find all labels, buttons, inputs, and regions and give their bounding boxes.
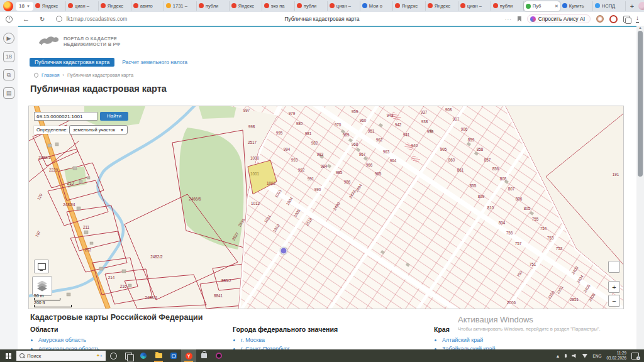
page-content: ПОРТАЛ О КАДАСТРЕ НЕДВИЖИМОСТИ В РФ Публ…	[18, 27, 636, 349]
tab-title: Мои о	[369, 3, 391, 9]
reload-icon[interactable]: ↻	[40, 16, 45, 23]
browser-tab[interactable]: авито	[131, 1, 164, 11]
zoom-out-button[interactable]: −	[608, 295, 620, 307]
cortana-button[interactable]	[106, 349, 121, 362]
windows-activation-watermark: Активация Windows Чтобы активировать Win…	[458, 315, 636, 332]
browser-tab[interactable]: циан –	[328, 1, 360, 11]
browser-tab[interactable]: публи	[197, 1, 230, 11]
microphone-icon[interactable]	[565, 354, 567, 358]
scale-bar-ft	[34, 305, 72, 307]
browser-tab[interactable]: Яндекс	[33, 1, 66, 11]
map-canvas[interactable]	[29, 106, 623, 309]
browser-tab[interactable]: Яндекс	[230, 1, 262, 11]
tab-title: эко па	[271, 3, 292, 9]
collections-icon[interactable]	[623, 16, 630, 23]
new-tab-button[interactable]: +	[630, 3, 634, 10]
history-icon[interactable]	[6, 16, 13, 23]
play-icon[interactable]: ▶	[3, 33, 14, 44]
object-type-select[interactable]: земельный участок ▼	[69, 125, 128, 134]
speaker-icon[interactable]	[572, 354, 577, 358]
tray-expand-icon[interactable]: ▲	[555, 354, 560, 358]
map-find-button[interactable]: Найти	[100, 112, 128, 121]
tab-title: Яндекс	[42, 3, 64, 9]
outlook-button[interactable]	[166, 349, 181, 362]
browser-tab[interactable]: Купить	[560, 1, 593, 11]
breadcrumb-home[interactable]: Главная	[42, 72, 60, 78]
edge-icon	[140, 353, 147, 359]
browser-tab[interactable]: публи	[491, 1, 524, 11]
store-button[interactable]	[196, 349, 211, 362]
outlook-icon	[170, 353, 177, 359]
tab-title: публи	[500, 3, 521, 9]
region-link[interactable]: Амурская область	[38, 337, 86, 343]
notes-icon[interactable]: ▤	[3, 87, 14, 99]
browser-tab[interactable]: Яндекс	[426, 1, 458, 11]
media-app-button[interactable]	[211, 349, 226, 362]
page-scrollbar[interactable]: ▲	[636, 26, 644, 349]
file-explorer-button[interactable]	[151, 349, 166, 362]
scrollbar-thumb[interactable]	[638, 31, 643, 177]
browser-tab[interactable]: Яндекс	[99, 1, 131, 11]
page-title: Публичная кадастровая карта	[30, 84, 167, 94]
more-icon[interactable]: ···	[505, 16, 512, 22]
downloads-icon[interactable]: ↓	[636, 15, 639, 23]
tab-favicon	[199, 3, 204, 8]
scroll-up-arrow[interactable]: ▲	[638, 26, 642, 30]
map-search-input[interactable]	[34, 112, 97, 121]
back-icon[interactable]: ←	[23, 15, 30, 23]
tab-close-icon[interactable]: ✕	[555, 4, 558, 9]
site-badge-icon[interactable]	[56, 16, 62, 22]
nav-link-land-tax[interactable]: Расчет земельного налога	[122, 59, 187, 65]
yandex-browser-button[interactable]: Y	[181, 349, 196, 362]
nav-tab-cadastral-map[interactable]: Публичная кадастровая карта	[30, 58, 114, 67]
tab-title: циан –	[467, 3, 489, 9]
tab-title: публи	[304, 3, 325, 9]
tabs-panel-icon[interactable]: 18	[3, 51, 14, 62]
russia-map-icon	[38, 35, 60, 48]
cadastral-map[interactable]: 2482/122292101202482/4211187212214216248…	[28, 106, 624, 309]
start-button[interactable]	[0, 349, 16, 362]
tab-favicon	[68, 3, 73, 8]
chevron-down-icon: ▼	[120, 128, 124, 132]
edge-button[interactable]	[136, 349, 151, 362]
taskbar-search[interactable]: Поиск ✦✦	[16, 351, 106, 361]
browser-tab[interactable]: публи	[295, 1, 328, 11]
language-indicator[interactable]: ENG	[592, 354, 601, 358]
ask-alice-button[interactable]: Спросить Алису AI	[527, 14, 591, 23]
browser-tab[interactable]: 1731 –	[164, 1, 197, 11]
browser-tab[interactable]: эко па	[262, 1, 295, 11]
browser-tab[interactable]: Мои о	[360, 1, 393, 11]
browser-tab[interactable]: циан –	[66, 1, 99, 11]
tab-counter[interactable]: 18 ▼	[16, 2, 33, 11]
tab-favicon	[101, 3, 106, 8]
task-view-button[interactable]	[121, 349, 136, 362]
extension-icon-1[interactable]	[596, 15, 604, 23]
url-text[interactable]: lk1map.roscadastres.com	[66, 16, 127, 22]
cortana-icon	[110, 353, 117, 359]
region-link[interactable]: Алтайский край	[442, 337, 483, 343]
network-icon[interactable]	[582, 354, 587, 358]
region-link[interactable]: г. Москва	[241, 337, 265, 343]
map-attribution-button[interactable]	[608, 261, 620, 273]
browser-tab[interactable]: циан –	[458, 1, 491, 11]
map-fullscreen-button[interactable]	[34, 260, 49, 273]
browser-tab[interactable]: Яндекс	[393, 1, 426, 11]
extension-icon-2[interactable]	[609, 15, 618, 23]
site-logo[interactable]: ПОРТАЛ О КАДАСТРЕ НЕДВИЖИМОСТИ В РФ	[38, 35, 120, 48]
profile-avatar[interactable]	[638, 2, 644, 10]
breadcrumb-current: Публичная кадастровая карта	[67, 72, 133, 78]
zoom-in-button[interactable]: +	[608, 281, 620, 293]
object-type-label: Определение:	[34, 126, 70, 134]
tab-favicon	[362, 3, 367, 8]
taskbar-clock[interactable]: 11:29 03.02.2026	[606, 351, 626, 361]
tab-title: НСПД	[602, 3, 623, 9]
screenshot-icon[interactable]: ⧉	[3, 69, 14, 80]
browser-logo-icon[interactable]	[3, 1, 13, 11]
action-center-icon[interactable]	[631, 353, 639, 359]
bookmark-icon[interactable]	[518, 16, 521, 22]
directory-column-title: Области	[30, 326, 219, 333]
map-place-marker[interactable]	[280, 248, 287, 255]
tab-favicon	[493, 3, 498, 8]
browser-tab[interactable]: НСПД	[593, 1, 626, 11]
browser-tab[interactable]: Пуб✕	[524, 1, 560, 11]
